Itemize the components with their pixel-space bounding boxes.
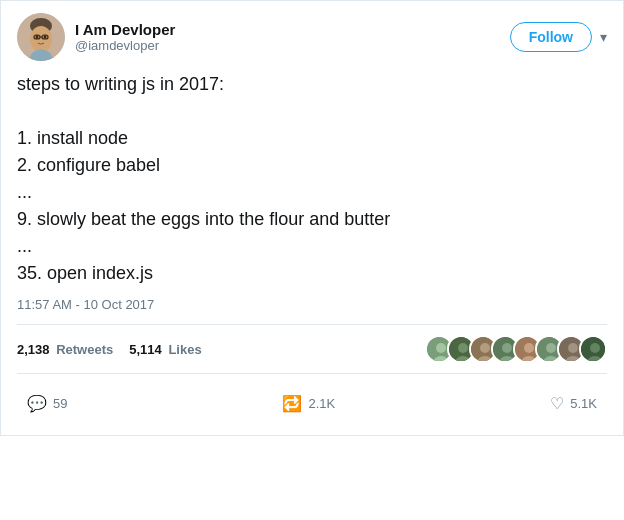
- mini-avatar: [579, 335, 607, 363]
- chevron-down-icon[interactable]: ▾: [600, 29, 607, 45]
- header-right: Follow ▾: [510, 22, 607, 52]
- username: @iamdevloper: [75, 38, 175, 53]
- header-left: I Am Devloper @iamdevloper: [17, 13, 175, 61]
- svg-point-12: [458, 343, 468, 353]
- retweet-count: 2.1K: [308, 396, 335, 411]
- tweet-stats: 2,138 Retweets 5,114 Likes: [17, 324, 607, 374]
- retweets-label: Retweets: [56, 342, 113, 357]
- tweet-line-4: 2. configure babel: [17, 152, 607, 179]
- reply-icon: 💬: [27, 394, 47, 413]
- tweet-line-1: steps to writing js in 2017:: [17, 71, 607, 98]
- like-button[interactable]: ♡ 5.1K: [540, 388, 607, 419]
- like-count: 5.1K: [570, 396, 597, 411]
- follow-button[interactable]: Follow: [510, 22, 592, 52]
- avatar-cluster: [425, 335, 607, 363]
- likes-stat: 5,114 Likes: [129, 342, 201, 357]
- likes-count: 5,114: [129, 342, 162, 357]
- heart-icon: ♡: [550, 394, 564, 413]
- avatar[interactable]: [17, 13, 65, 61]
- retweets-count: 2,138: [17, 342, 50, 357]
- svg-point-21: [524, 343, 534, 353]
- svg-point-9: [436, 343, 446, 353]
- tweet-body: steps to writing js in 2017: 1. install …: [17, 71, 607, 287]
- display-name: I Am Devloper: [75, 21, 175, 38]
- likes-label: Likes: [168, 342, 201, 357]
- reply-button[interactable]: 💬 59: [17, 388, 77, 419]
- tweet-timestamp: 11:57 AM - 10 Oct 2017: [17, 297, 607, 312]
- retweet-button[interactable]: 🔁 2.1K: [272, 388, 345, 419]
- tweet-line-8: 35. open index.js: [17, 260, 607, 287]
- tweet-line-5: ...: [17, 179, 607, 206]
- svg-point-30: [590, 343, 600, 353]
- svg-point-18: [502, 343, 512, 353]
- svg-point-24: [546, 343, 556, 353]
- tweet-line-7: ...: [17, 233, 607, 260]
- tweet-line-3: 1. install node: [17, 125, 607, 152]
- tweet-header: I Am Devloper @iamdevloper Follow ▾: [17, 13, 607, 61]
- reply-count: 59: [53, 396, 67, 411]
- svg-point-2: [30, 26, 52, 52]
- retweet-icon: 🔁: [282, 394, 302, 413]
- tweet-actions: 💬 59 🔁 2.1K ♡ 5.1K: [17, 384, 607, 423]
- tweet-line-6: 9. slowly beat the eggs into the flour a…: [17, 206, 607, 233]
- svg-point-15: [480, 343, 490, 353]
- retweets-stat: 2,138 Retweets: [17, 342, 113, 357]
- user-info: I Am Devloper @iamdevloper: [75, 21, 175, 53]
- svg-point-27: [568, 343, 578, 353]
- tweet-card: I Am Devloper @iamdevloper Follow ▾ step…: [0, 0, 624, 436]
